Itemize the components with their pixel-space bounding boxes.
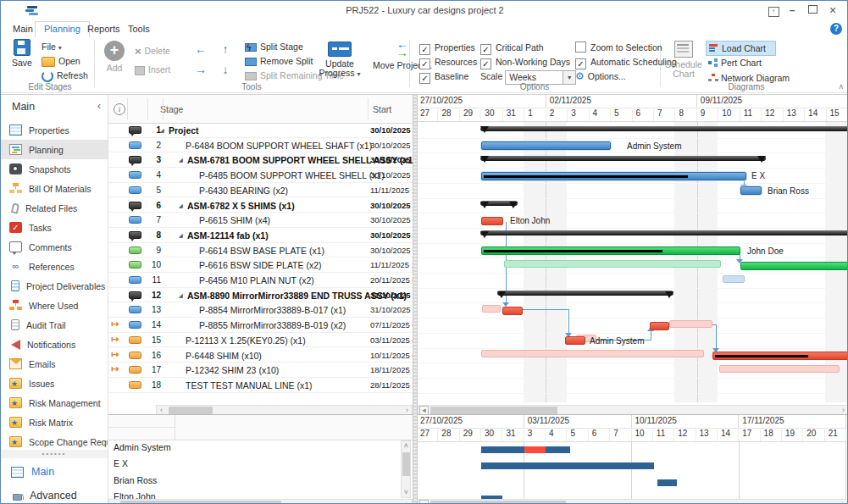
table-row[interactable]: 18TEST TEST MANUAL LINE (x1)28/11/2025 1	[108, 378, 413, 393]
sidebar-item-issues[interactable]: Issues	[1, 374, 108, 393]
indent-stage-button[interactable]: →	[191, 61, 210, 78]
file-menu-button[interactable]: File ▾	[42, 40, 62, 53]
expand-icon[interactable]: ◢	[179, 202, 183, 208]
expand-icon[interactable]: ◢	[160, 127, 164, 133]
task-bar[interactable]	[481, 172, 746, 180]
table-row[interactable]: 9P-6614 BSW BASE PLATE (x1)30/10/2025 0	[108, 243, 413, 258]
resource-list-horizontal-scrollbar[interactable]: ‹ ›	[108, 499, 413, 504]
task-bar[interactable]	[565, 336, 585, 345]
expand-icon[interactable]: ◢	[179, 292, 183, 298]
table-row[interactable]: 5P-6430 BEARING (x2)11/11/2025 1	[108, 183, 413, 198]
sidebar-item-audit-trail[interactable]: Audit Trail	[1, 315, 108, 335]
update-progress-button[interactable]: UpdateProgress ▾	[313, 39, 367, 79]
column-header-stage[interactable]: Stage	[160, 104, 183, 114]
scroll-left-icon[interactable]: ‹	[157, 406, 166, 414]
task-bar[interactable]	[502, 307, 523, 315]
sidebar-item-notifications[interactable]: Notifications	[1, 335, 108, 354]
scroll-left-icon[interactable]: ◂	[419, 406, 429, 414]
resource-row[interactable]: E X	[108, 456, 396, 472]
table-row[interactable]: ↦15P-12113 X 1.25(KEY0.25) (x1)03/11/202…	[108, 333, 413, 348]
help-icon[interactable]: ?	[830, 23, 842, 35]
task-bar[interactable]	[481, 246, 740, 255]
task-bar[interactable]	[740, 262, 848, 270]
options-button[interactable]: ⚙Options...	[575, 69, 626, 83]
close-button[interactable]: ×	[823, 3, 842, 18]
maximize-button[interactable]	[803, 3, 822, 18]
summary-bar[interactable]	[497, 291, 673, 296]
summary-bar[interactable]	[480, 156, 766, 161]
table-row[interactable]: 3◢ASM-6781 BOOM SUPPORT WHEEL SHELL ASSY…	[108, 152, 413, 168]
sidebar-item-bill-of-materials[interactable]: Bill Of Materials	[1, 179, 108, 198]
scroll-right-icon[interactable]: ›	[839, 406, 848, 414]
scroll-up-icon[interactable]: ˄	[402, 441, 411, 451]
split-stage-button[interactable]: ϟSplit Stage	[245, 40, 303, 53]
scroll-right-icon[interactable]: ›	[839, 500, 848, 504]
task-bar[interactable]	[740, 186, 762, 195]
sidebar-item-main[interactable]: Main	[1, 461, 108, 483]
resource-row[interactable]: Brian Ross	[108, 473, 396, 489]
pert-chart-button[interactable]: Pert Chart	[706, 56, 762, 69]
table-row[interactable]: 2P-6484 BOOM SUPPORT WHEEL SHAFT (x1)30/…	[108, 138, 413, 153]
table-row[interactable]: ↦17P-12342 SHIM 23 (x10)18/11/2025 1	[108, 363, 413, 378]
table-row[interactable]: ↦14P-8855 MirrorMirror33889-B-019 (x2)07…	[108, 318, 413, 333]
sidebar-collapse-icon[interactable]: ‹	[97, 100, 101, 112]
scrollbar-thumb[interactable]	[430, 407, 557, 414]
sidebar-item-references[interactable]: References	[1, 257, 108, 276]
table-row[interactable]: 13P-8854 MirrorMirror33889-B-017 (x1)31/…	[108, 302, 413, 318]
move-up-button[interactable]: ↑	[216, 41, 235, 58]
sidebar-item-planning[interactable]: Planning	[1, 140, 108, 159]
scrollbar-thumb[interactable]	[169, 407, 213, 414]
scroll-right-icon[interactable]: ›	[402, 500, 412, 504]
table-row[interactable]: 8◢ASM-12114 fab (x1)30/10/2025	[108, 228, 413, 243]
expand-icon[interactable]: ◢	[179, 157, 183, 163]
table-row[interactable]: ↦16P-6448 SHIM (x10)10/11/2025 0	[108, 348, 413, 363]
tab-tools[interactable]: Tools	[119, 21, 158, 36]
sidebar-item-scope-change-requests[interactable]: Scope Change Requests	[1, 432, 108, 451]
scrollbar-thumb[interactable]	[430, 501, 566, 504]
sidebar-item-where-used[interactable]: Where Used	[1, 296, 108, 315]
task-bar[interactable]	[712, 352, 848, 360]
schedule-chart-button[interactable]: ScheduleChart	[665, 39, 702, 79]
table-row[interactable]: 12◢ASM-8890 MirrorMirror33889 END TRUSS …	[108, 288, 413, 303]
outdent-stage-button[interactable]: ←	[191, 41, 210, 58]
task-bar[interactable]	[481, 141, 611, 150]
table-row[interactable]: 11P-6456 M10 PLAIN NUT (x2)20/11/2025 0	[108, 273, 413, 288]
scroll-left-icon[interactable]: ◂	[419, 500, 429, 504]
minimize-button[interactable]: –	[783, 3, 801, 18]
sidebar-item-risk-matrix[interactable]: Risk Matrix	[1, 413, 108, 432]
table-row[interactable]: 4P-6485 BOOM SUPPORT WHEEL SHELL (x1)30/…	[108, 168, 413, 183]
table-row[interactable]: 1◢Project30/10/2025	[108, 123, 413, 138]
remove-split-button[interactable]: Remove Split	[245, 54, 313, 68]
float-window-button[interactable]: ↑	[764, 3, 783, 18]
sidebar-item-properties[interactable]: Properties	[1, 120, 108, 140]
table-horizontal-scrollbar[interactable]: ‹ ›	[156, 405, 413, 414]
scroll-down-icon[interactable]: ˅	[402, 488, 411, 497]
sidebar-item-related-files[interactable]: Related Files	[1, 198, 108, 218]
open-button[interactable]: Open	[42, 54, 80, 68]
task-bar[interactable]	[481, 217, 503, 225]
sidebar-item-tasks[interactable]: Tasks	[1, 218, 108, 237]
table-row[interactable]: 6◢ASM-6782 X 5 SHIMS (x1)30/10/2025	[108, 198, 413, 213]
scrollbar-thumb[interactable]	[402, 452, 410, 476]
delete-button[interactable]: ×Delete	[135, 44, 170, 58]
add-button[interactable]: + Add	[99, 39, 130, 73]
load-chart-horizontal-scrollbar[interactable]: ◂ ›	[418, 499, 848, 504]
sidebar-item-advanced[interactable]: Advanced	[1, 485, 108, 504]
sidebar-item-snapshots[interactable]: Snapshots	[1, 159, 108, 179]
resource-row[interactable]: Admin System	[108, 440, 396, 456]
scroll-left-icon[interactable]: ‹	[109, 500, 119, 504]
refresh-button[interactable]: Refresh	[42, 69, 88, 82]
move-down-button[interactable]: ↓	[216, 61, 235, 78]
sidebar-item-risk-management[interactable]: Risk Management	[1, 393, 108, 413]
summary-bar[interactable]	[480, 230, 848, 235]
collapse-ribbon-icon[interactable]: ∧	[838, 82, 844, 91]
sidebar-item-emails[interactable]: Emails	[1, 354, 108, 374]
sidebar-section-splitter[interactable]: ••••••	[1, 450, 108, 458]
insert-button[interactable]: Insert	[135, 63, 170, 76]
scrollbar-thumb[interactable]	[120, 501, 281, 504]
task-bar[interactable]	[650, 322, 669, 330]
save-button[interactable]: Save	[6, 39, 38, 68]
gantt-horizontal-scrollbar[interactable]: ◂ ›	[418, 405, 848, 414]
load-chart-button[interactable]: Load Chart	[706, 41, 776, 56]
summary-bar[interactable]	[480, 126, 848, 131]
